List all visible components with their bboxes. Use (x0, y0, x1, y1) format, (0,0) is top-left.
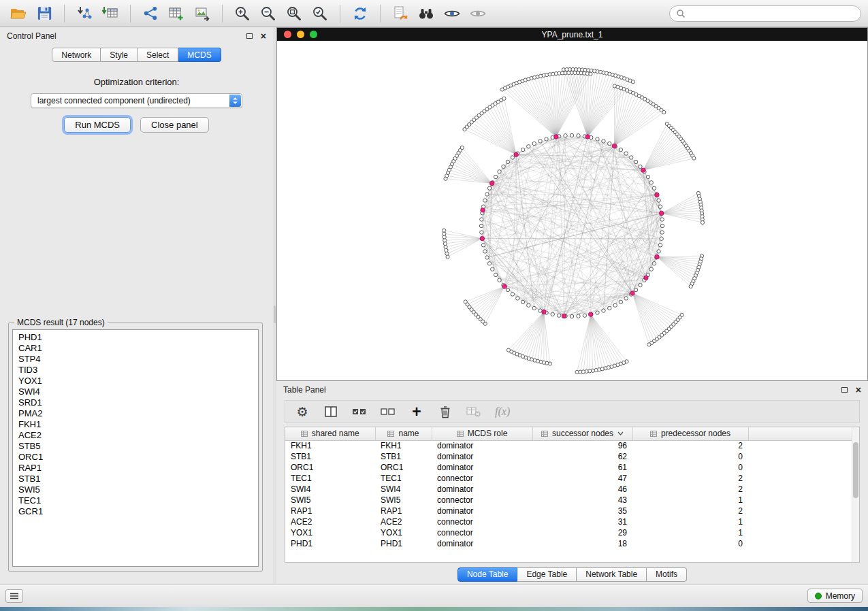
tab-motifs[interactable]: Motifs (647, 567, 687, 582)
table-cell[interactable]: 18 (532, 538, 632, 549)
table-cell[interactable]: SWI4 (375, 484, 432, 495)
mcds-result-item[interactable]: TID3 (13, 365, 258, 376)
table-cell[interactable]: FKH1 (375, 440, 432, 451)
table-row[interactable]: STB1STB1dominator620 (285, 451, 859, 462)
mcds-result-item[interactable]: GCR1 (13, 506, 258, 517)
table-cell[interactable]: 2 (632, 484, 748, 495)
table-row[interactable]: PHD1PHD1dominator180 (285, 538, 859, 549)
table-cell[interactable]: YOX1 (285, 527, 375, 538)
close-panel-button[interactable]: Close panel (140, 117, 209, 133)
panel-splitter[interactable] (273, 27, 276, 584)
table-cell[interactable]: YOX1 (375, 527, 432, 538)
table-cell[interactable]: 46 (532, 484, 632, 495)
table-cell[interactable]: 2 (632, 440, 748, 451)
table-row[interactable]: RAP1RAP1dominator352 (285, 506, 859, 516)
table-row[interactable]: SWI4SWI4dominator462 (285, 484, 859, 495)
table-cell[interactable]: 62 (532, 451, 632, 462)
table-cell[interactable]: connector (432, 527, 532, 538)
mcds-result-item[interactable]: SWI4 (13, 386, 258, 397)
table-cell[interactable]: ORC1 (375, 462, 432, 473)
table-cell[interactable]: 2 (632, 473, 748, 484)
table-cell[interactable]: PHD1 (375, 538, 432, 549)
table-cell[interactable]: 35 (532, 506, 632, 516)
tab-select[interactable]: Select (138, 48, 178, 62)
table-scrollbar[interactable] (852, 427, 859, 562)
criterion-select[interactable]: largest connected component (undirected) (31, 93, 242, 108)
table-cell[interactable]: SWI5 (285, 495, 375, 506)
export-image-button[interactable] (191, 3, 214, 24)
table-cell[interactable]: connector (432, 473, 532, 484)
table-cell[interactable]: connector (432, 516, 532, 527)
apply-layout-button[interactable] (349, 3, 372, 24)
new-network-button[interactable] (139, 3, 162, 24)
mcds-result-item[interactable]: STB1 (13, 474, 258, 484)
maximize-window-icon[interactable] (310, 31, 317, 38)
show-graphics-button[interactable] (440, 3, 464, 24)
tab-node-table[interactable]: Node Table (457, 567, 518, 582)
save-session-button[interactable] (33, 3, 56, 24)
tab-edge-table[interactable]: Edge Table (517, 567, 577, 582)
zoom-fit-button[interactable] (283, 3, 306, 24)
run-mcds-button[interactable]: Run MCDS (64, 117, 131, 133)
tab-style[interactable]: Style (101, 48, 138, 62)
table-row[interactable]: TEC1TEC1connector472 (285, 473, 859, 484)
table-cell[interactable]: PHD1 (285, 538, 375, 549)
table-cell[interactable]: 47 (532, 473, 632, 484)
table-cell[interactable]: 43 (532, 495, 632, 506)
tab-network-table[interactable]: Network Table (577, 567, 647, 582)
mcds-result-item[interactable]: YOX1 (13, 376, 258, 386)
network-canvas[interactable] (277, 41, 867, 380)
close-table-panel-icon[interactable]: × (856, 385, 861, 395)
tab-mcds[interactable]: MCDS (178, 48, 221, 62)
table-settings-icon[interactable]: ⚙ (295, 403, 310, 420)
scrollbar-thumb[interactable] (853, 442, 858, 498)
float-panel-icon[interactable] (246, 33, 253, 39)
table-cell[interactable]: dominator (432, 484, 532, 495)
table-cell[interactable]: 29 (532, 527, 632, 538)
import-network-button[interactable] (73, 3, 96, 24)
table-cell[interactable]: TEC1 (285, 473, 375, 484)
network-report-button[interactable] (389, 3, 412, 24)
mcds-result-item[interactable]: PMA2 (13, 408, 258, 419)
table-cell[interactable]: 96 (532, 440, 632, 451)
show-columns-icon[interactable] (323, 403, 338, 420)
add-column-icon[interactable]: + (409, 403, 424, 420)
float-table-panel-icon[interactable] (841, 387, 848, 393)
mcds-result-item[interactable]: FKH1 (13, 419, 258, 430)
column-header-name[interactable]: name (375, 427, 432, 440)
table-cell[interactable]: ACE2 (375, 516, 432, 527)
open-file-button[interactable] (7, 3, 30, 24)
column-header-mcds-role[interactable]: MCDS role (432, 427, 532, 440)
table-cell[interactable]: RAP1 (375, 506, 432, 516)
table-cell[interactable]: dominator (432, 451, 532, 462)
zoom-out-button[interactable] (257, 3, 280, 24)
table-cell[interactable]: dominator (432, 440, 532, 451)
table-row[interactable]: SWI5SWI5connector431 (285, 495, 859, 506)
table-row[interactable]: ACE2ACE2connector311 (285, 516, 859, 527)
network-graph[interactable] (277, 41, 867, 380)
import-table-button[interactable] (99, 3, 122, 24)
table-cell[interactable]: dominator (432, 506, 532, 516)
column-header-successor-nodes[interactable]: successor nodes (532, 427, 632, 440)
table-cell[interactable]: STB1 (285, 451, 375, 462)
select-all-icon[interactable] (352, 403, 367, 420)
new-table-button[interactable] (165, 3, 188, 24)
mcds-result-item[interactable]: SRD1 (13, 397, 258, 408)
zoom-selected-button[interactable] (308, 3, 332, 24)
table-cell[interactable]: 1 (632, 516, 748, 527)
table-row[interactable]: FKH1FKH1dominator962 (285, 440, 859, 451)
delete-column-icon[interactable] (438, 403, 453, 420)
table-cell[interactable]: connector (432, 495, 532, 506)
table-cell[interactable]: ORC1 (285, 462, 375, 473)
column-header-predecessor-nodes[interactable]: predecessor nodes (632, 427, 748, 440)
table-cell[interactable]: dominator (432, 538, 532, 549)
mcds-result-item[interactable]: RAP1 (13, 463, 258, 474)
close-window-icon[interactable] (284, 31, 291, 38)
table-cell[interactable]: 2 (632, 506, 748, 516)
table-cell[interactable]: 31 (532, 516, 632, 527)
status-menu-button[interactable] (5, 589, 23, 603)
mcds-result-item[interactable]: STP4 (13, 354, 258, 365)
mcds-result-item[interactable]: ORC1 (13, 452, 258, 463)
table-cell[interactable]: TEC1 (375, 473, 432, 484)
column-header-shared-name[interactable]: shared name (285, 427, 375, 440)
